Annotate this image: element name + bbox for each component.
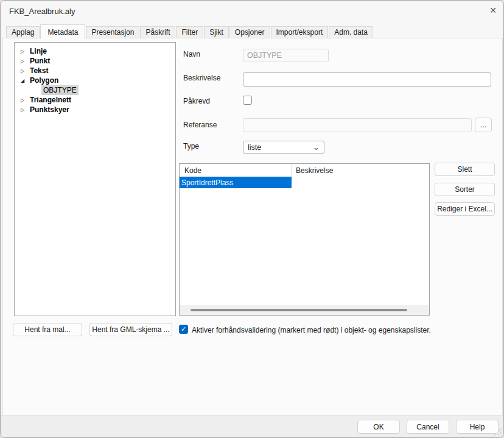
hent-fra-gml-skjema-button-label: Hent fra GML-skjema ...	[92, 325, 169, 334]
type-dropdown[interactable]: liste ⌄	[243, 141, 324, 154]
tab-adm-data[interactable]: Adm. data	[329, 26, 373, 38]
scrollbar-thumb[interactable]	[191, 309, 407, 311]
beskrivelse-field[interactable]	[243, 72, 491, 87]
tree-item-tekst[interactable]: ▷ Tekst	[15, 66, 175, 76]
chevron-collapsed-icon[interactable]: ▷	[19, 97, 30, 103]
referanse-browse-button[interactable]: ...	[475, 118, 492, 132]
chevron-expanded-icon[interactable]: ◢	[19, 78, 30, 83]
tab-strip: Applag Metadata Presentasjon Påskrift Fi…	[6, 24, 374, 38]
tab-applag[interactable]: Applag	[6, 26, 40, 38]
column-header-beskrivelse[interactable]: Beskrivelse	[296, 166, 333, 175]
tab-import-eksport[interactable]: Import/eksport	[271, 26, 329, 38]
ok-button[interactable]: OK	[357, 420, 400, 434]
tab-label: Applag	[12, 28, 34, 37]
horizontal-scrollbar[interactable]	[180, 305, 429, 315]
tree-item-objtype[interactable]: OBJTYPE	[15, 85, 175, 95]
referanse-label: Referanse	[183, 121, 217, 129]
tree-item-label: Punktskyer	[30, 105, 69, 114]
tab-filter[interactable]: Filter	[176, 26, 203, 38]
hent-fra-mal-button-label: Hent fra mal...	[24, 325, 70, 334]
referanse-field	[243, 118, 472, 132]
tab-label: Sjikt	[209, 28, 223, 37]
sorter-button-label: Sorter	[455, 185, 475, 194]
tab-metadata[interactable]: Metadata	[40, 24, 85, 39]
close-icon[interactable]: ✕	[486, 3, 500, 18]
hent-fra-gml-skjema-button[interactable]: Hent fra GML-skjema ...	[89, 323, 172, 336]
help-button[interactable]: Help	[456, 420, 499, 434]
check-icon: ✓	[181, 325, 186, 333]
cancel-button-label: Cancel	[416, 423, 439, 431]
tree-item-label: Triangelnett	[30, 96, 71, 104]
slett-button[interactable]: Slett	[435, 163, 495, 176]
object-tree[interactable]: ▷ Linje ▷ Punkt ▷ Tekst ◢ Polygon OBJTYP…	[14, 42, 176, 316]
tab-paskrift[interactable]: Påskrift	[140, 26, 175, 38]
tab-label: Import/eksport	[276, 28, 323, 37]
type-label: Type	[183, 142, 199, 150]
chevron-collapsed-icon[interactable]: ▷	[19, 107, 30, 113]
tree-item-label: Linje	[30, 47, 47, 55]
pakrevd-checkbox[interactable]	[243, 96, 252, 105]
hent-fra-mal-button[interactable]: Hent fra mal...	[13, 323, 82, 336]
window-title: FKB_Arealbruk.aly	[9, 7, 75, 16]
tab-opsjoner[interactable]: Opsjoner	[229, 26, 270, 38]
ellipsis-label: ...	[480, 121, 486, 129]
chevron-down-icon: ⌄	[313, 144, 320, 150]
footer-bar: OK Cancel Help	[1, 415, 503, 437]
tab-sjikt[interactable]: Sjikt	[204, 26, 229, 38]
beskrivelse-label: Beskrivelse	[183, 74, 220, 82]
validation-checkbox[interactable]: ✓	[179, 325, 188, 334]
rediger-i-excel-button-label: Rediger i Excel...	[437, 205, 492, 213]
tree-item-polygon[interactable]: ◢ Polygon	[15, 76, 175, 85]
chevron-collapsed-icon[interactable]: ▷	[19, 68, 30, 74]
tree-item-linje[interactable]: ▷ Linje	[15, 46, 175, 56]
tree-item-label: Polygon	[30, 76, 58, 85]
chevron-collapsed-icon[interactable]: ▷	[19, 58, 30, 64]
tab-presentasjon[interactable]: Presentasjon	[86, 26, 139, 38]
slett-button-label: Slett	[457, 165, 472, 174]
tab-label: Presentasjon	[91, 28, 134, 37]
tab-label: Metadata	[47, 28, 78, 37]
column-header-kode[interactable]: Kode	[184, 166, 201, 175]
table-row-selected[interactable]: SportIdrettPlass	[180, 177, 292, 188]
ok-button-label: OK	[373, 423, 383, 431]
dialog-window: FKB_Arealbruk.aly ✕ Applag Metadata Pres…	[0, 0, 504, 438]
validation-label: Aktiver forhåndsvalidering (markert med …	[192, 326, 431, 334]
tab-label: Filter	[181, 28, 198, 37]
tab-label: Opsjoner	[235, 28, 265, 37]
tab-label: Påskrift	[145, 28, 170, 37]
pakrevd-label: Påkrevd	[183, 97, 210, 105]
help-button-label: Help	[470, 423, 485, 431]
navn-label: Navn	[183, 50, 200, 58]
tree-item-triangelnett[interactable]: ▷ Triangelnett	[15, 95, 175, 105]
tree-item-punkt[interactable]: ▷ Punkt	[15, 56, 175, 66]
chevron-collapsed-icon[interactable]: ▷	[19, 49, 30, 54]
column-divider[interactable]	[292, 164, 292, 177]
type-dropdown-value: liste	[248, 143, 261, 152]
sorter-button[interactable]: Sorter	[435, 183, 495, 196]
tree-item-label: Punkt	[30, 57, 50, 65]
tab-label: Adm. data	[334, 28, 368, 37]
rediger-i-excel-button[interactable]: Rediger i Excel...	[435, 202, 495, 216]
tree-item-punktskyer[interactable]: ▷ Punktskyer	[15, 105, 175, 115]
tree-item-label: Tekst	[30, 66, 48, 75]
navn-field	[243, 49, 329, 62]
code-table[interactable]: Kode Beskrivelse SportIdrettPlass	[179, 163, 430, 316]
cancel-button[interactable]: Cancel	[407, 420, 449, 434]
tree-item-label-selected: OBJTYPE	[41, 85, 79, 95]
